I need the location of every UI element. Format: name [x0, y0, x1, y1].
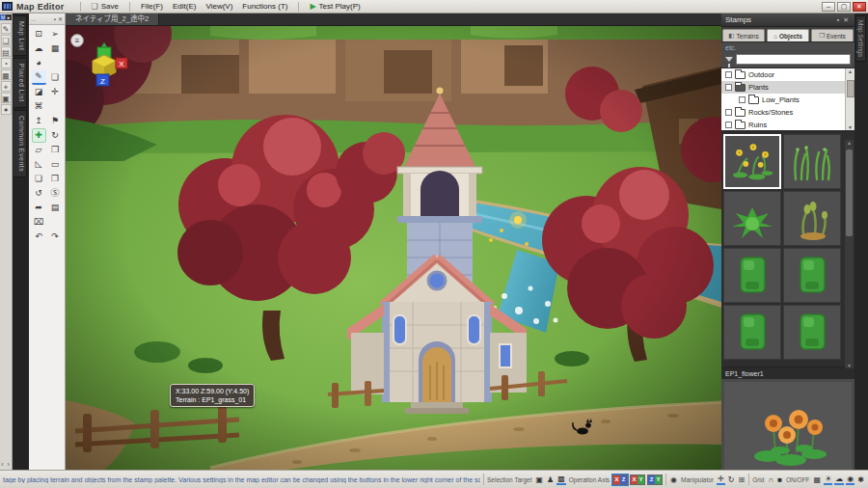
snap-magnet-icon[interactable]: ∩	[767, 475, 774, 484]
menu-file[interactable]: File(F)	[136, 1, 168, 12]
eraser-tool[interactable]: ◪	[32, 85, 46, 99]
layers-icon[interactable]: ▤	[1, 46, 12, 57]
lasso-select-tool[interactable]: ➢	[48, 27, 63, 41]
spacer[interactable]	[48, 215, 63, 230]
pen-tool[interactable]: ✎	[32, 70, 46, 85]
bush-cube-stamp-1[interactable]	[723, 248, 781, 303]
view-mode-icon[interactable]: ◉	[669, 475, 678, 484]
tree-item-plants[interactable]: Plants	[721, 81, 854, 94]
tab-events[interactable]: ❒ Events	[811, 29, 854, 41]
manip-move-icon[interactable]: ✛	[717, 474, 725, 485]
bush-cube-stamp-4[interactable]	[783, 305, 841, 360]
scroll-thumb[interactable]	[846, 149, 853, 236]
plane-tool[interactable]: ▱	[32, 143, 46, 157]
export-tool[interactable]: ➦	[32, 201, 46, 215]
menu-edit[interactable]: Edit(E)	[168, 1, 201, 12]
light-icon[interactable]: ☀	[824, 474, 832, 485]
select-terrain-icon[interactable]: ▣	[535, 475, 545, 484]
manip-scale-icon[interactable]: ⊞	[737, 475, 746, 484]
save-button[interactable]: ❑ Save	[87, 1, 123, 12]
tall-grass-stamp[interactable]	[783, 134, 841, 189]
camera-icon[interactable]: ⌖	[1, 81, 12, 92]
sprout-stamp[interactable]	[783, 191, 841, 246]
close-icon[interactable]: ✕	[58, 15, 63, 22]
display-grid-icon[interactable]: ▦	[813, 475, 823, 484]
rotate-object-tool[interactable]: ↺	[32, 186, 46, 201]
clone-tool[interactable]: ❏	[48, 70, 63, 85]
scroll-thumb[interactable]	[847, 80, 854, 97]
axis-toggle[interactable]: ZY	[647, 474, 663, 485]
leafy-plant-stamp[interactable]	[723, 191, 781, 246]
close-icon[interactable]: ✕	[841, 16, 851, 24]
checkbox[interactable]	[725, 84, 732, 91]
grid-view-icon[interactable]: ▦	[1, 69, 12, 80]
gizmo-rotate-tool[interactable]: ↻	[48, 128, 63, 143]
tree-item-outdoor[interactable]: Outdoor	[721, 68, 854, 81]
manip-rotate-icon[interactable]: ↻	[727, 475, 736, 484]
copy-map-icon[interactable]: ❏	[1, 35, 12, 45]
axis-toggle[interactable]: XZ	[612, 474, 628, 485]
scroll-up-icon[interactable]: ▲	[847, 140, 852, 146]
box-tool[interactable]: ▭	[48, 157, 63, 172]
gizmo-move-tool[interactable]: ✚	[32, 128, 46, 143]
undo-tool[interactable]: ↶	[32, 230, 46, 244]
printer-icon[interactable]: ▣	[1, 93, 12, 103]
history-icon[interactable]: ◔	[1, 58, 12, 68]
axis-toggle[interactable]: XY	[630, 474, 645, 485]
grid-square-icon[interactable]: ■	[776, 475, 783, 484]
spacer[interactable]	[48, 99, 63, 114]
rect-select-tool[interactable]: ⊡	[32, 27, 46, 41]
spacer[interactable]	[48, 56, 63, 70]
side-tab-placed-list[interactable]: Placed List	[14, 58, 27, 108]
map-settings-tab[interactable]: Map Settings	[855, 15, 866, 62]
move-points-tool[interactable]: ✛	[48, 85, 63, 99]
pin-icon[interactable]: ▪	[54, 16, 56, 22]
fill-tool[interactable]: ↥	[32, 114, 46, 128]
delete-tool[interactable]: ⌧	[32, 215, 46, 230]
test-play-button[interactable]: ▶ Test Play(P)	[305, 1, 365, 12]
stamp-search-input[interactable]	[736, 54, 851, 65]
scale-tool[interactable]: Ⓢ	[48, 186, 63, 201]
sphere-select-tool[interactable]: ◕	[32, 56, 46, 70]
pin-tool[interactable]: ⚑	[48, 114, 63, 128]
bush-cube-stamp-2[interactable]	[783, 248, 841, 303]
edit-map-icon[interactable]: ✎	[1, 23, 12, 34]
layer-stack-tool[interactable]: ❒	[48, 143, 63, 157]
menu-view[interactable]: View(V)	[201, 1, 237, 12]
globe-icon[interactable]: ◉	[846, 474, 854, 485]
redo-tool[interactable]: ↷	[48, 230, 63, 244]
select-both-icon[interactable]: ▩	[556, 474, 566, 485]
paste-tool[interactable]: ❐	[48, 172, 63, 186]
side-tab-common-events[interactable]: Common Events	[14, 110, 27, 177]
maximize-button[interactable]: ▢	[837, 2, 851, 12]
tab-objects[interactable]: ⌂ Objects	[767, 29, 809, 41]
tile-stamp-tool[interactable]: ▦	[48, 41, 63, 56]
tab-terrains[interactable]: ◧ Terrains	[722, 29, 765, 41]
scroll-up-icon[interactable]: ▲	[848, 68, 853, 74]
flower-stamp[interactable]	[723, 134, 781, 189]
copy-tool[interactable]: ❏	[32, 172, 46, 186]
side-tab-map-list[interactable]: Map List	[14, 15, 27, 56]
map-tab[interactable]: ネイティブ用_2_途中2	[66, 14, 159, 25]
thumbnail-scrollbar[interactable]: ▲ ▼	[845, 140, 854, 368]
rail-scroll-arrows[interactable]: ‹ ›	[1, 461, 11, 468]
checkbox[interactable]	[725, 109, 732, 116]
tree-scrollbar[interactable]: ▲ ▼	[845, 68, 854, 130]
ramp-tool[interactable]: ◺	[32, 157, 46, 172]
scroll-down-icon[interactable]: ▼	[847, 363, 852, 368]
select-object-icon[interactable]: ♟	[546, 475, 555, 484]
bush-cube-stamp-3[interactable]	[723, 305, 781, 360]
axis-gizmo[interactable]: X Z	[81, 41, 131, 92]
effects-icon[interactable]: ✶	[1, 104, 12, 115]
filter-icon[interactable]	[725, 57, 733, 62]
scroll-down-icon[interactable]: ▼	[848, 124, 853, 130]
tree-item-low-plants[interactable]: Low_Plants	[721, 94, 854, 106]
polygon-select-tool[interactable]: ☁	[32, 41, 46, 56]
tree-item-ruins[interactable]: Ruins	[721, 119, 854, 131]
shadow-icon[interactable]: ☁	[834, 474, 844, 485]
checkbox[interactable]	[739, 96, 746, 103]
close-button[interactable]: ✕	[853, 2, 866, 12]
settings-gear-icon[interactable]: ✱	[856, 475, 865, 484]
scene-3d[interactable]: ≡ X Z X:33.00 Z:59.00 (Y:4.50) Terrain :…	[66, 26, 721, 470]
minimize-button[interactable]: –	[822, 2, 835, 12]
